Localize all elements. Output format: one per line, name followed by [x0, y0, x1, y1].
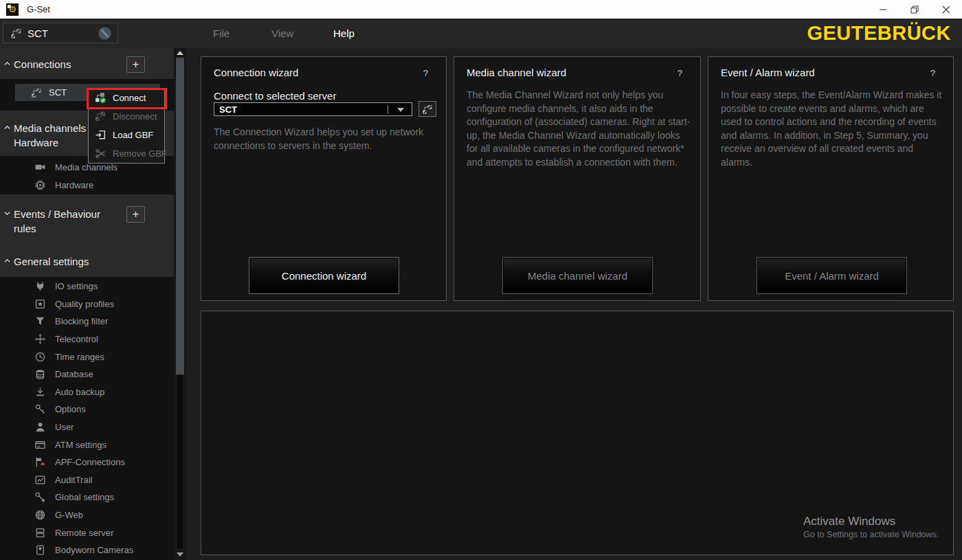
- chevron-up-icon: [0, 121, 14, 150]
- circle-slash-icon: [98, 26, 112, 41]
- io-connector-icon: [34, 280, 46, 292]
- header-bar: SCT File View Help GEUTEBRÜCK: [0, 19, 962, 48]
- sidebar-item-io-settings[interactable]: IO settings: [0, 278, 174, 295]
- globe-icon: [34, 509, 46, 521]
- scroll-up-button[interactable]: [174, 48, 186, 58]
- camera-icon: [34, 161, 46, 173]
- minimize-icon: [879, 5, 887, 14]
- current-server-label: SCT: [27, 27, 48, 39]
- triangle-up-icon: [177, 51, 183, 55]
- current-server-box[interactable]: SCT: [3, 23, 118, 43]
- user-icon: [34, 421, 46, 433]
- panel-title: Media channel wizard: [467, 67, 566, 78]
- panel-description: In four easy steps, the Event/Alarm Wiza…: [721, 89, 945, 169]
- restore-icon: [910, 5, 919, 14]
- sidebar-item-database[interactable]: Database: [0, 366, 174, 383]
- chevron-up-icon: [0, 57, 14, 71]
- context-menu-remove-gbf[interactable]: Remove GBF: [89, 144, 164, 163]
- sidebar-item-bodyworn-cameras[interactable]: Bodyworn Cameras: [0, 541, 174, 559]
- panel-description: The Media Channel Wizard not only helps …: [467, 89, 691, 169]
- server-stack-icon: [34, 527, 46, 539]
- server-select-label: Connect to selected server: [214, 90, 336, 102]
- server-select-dropdown[interactable]: SCT: [214, 102, 412, 116]
- sidebar-item-options[interactable]: Options: [0, 401, 174, 418]
- restore-button[interactable]: [899, 0, 930, 19]
- menu-view[interactable]: View: [271, 19, 293, 48]
- chevron-down-icon: [0, 207, 14, 236]
- server-select-value: SCT: [219, 104, 237, 115]
- funnel-icon: [34, 315, 46, 327]
- sidebar-item-audittrail[interactable]: AuditTrail: [0, 471, 174, 489]
- event-alarm-wizard-panel: Event / Alarm wizard ? In four easy step…: [708, 56, 954, 301]
- minimize-button[interactable]: [867, 0, 899, 19]
- scrollbar-track[interactable]: [176, 374, 184, 550]
- sidebar-item-remote-server[interactable]: Remote server: [0, 524, 174, 541]
- line-chart-icon: [34, 474, 46, 486]
- network-connect-icon: [95, 92, 107, 104]
- scrollbar-thumb[interactable]: [176, 58, 184, 374]
- sidebar-item-apf-connections[interactable]: APF-Connections: [0, 453, 174, 471]
- add-event-button[interactable]: +: [126, 206, 145, 223]
- help-button[interactable]: ?: [930, 68, 935, 78]
- triangle-down-icon: [177, 552, 183, 557]
- help-button[interactable]: ?: [678, 68, 682, 78]
- flag-alarm-icon: [34, 456, 46, 468]
- star-box-icon: [34, 298, 46, 310]
- chevron-up-icon: [0, 254, 14, 269]
- move-arrows-icon: [34, 333, 46, 345]
- context-menu-load-gbf[interactable]: Load GBF: [89, 126, 164, 144]
- sidebar-item-quality-profiles[interactable]: Quality profiles: [0, 295, 174, 313]
- sidebar-section-general[interactable]: General settings: [0, 254, 155, 269]
- connection-context-menu: Connect Disconnect Load GBF Remo: [88, 88, 165, 164]
- body-camera-icon: [34, 544, 46, 556]
- sidebar-item-user[interactable]: User: [0, 418, 174, 436]
- dropdown-arrow-icon: [397, 108, 404, 112]
- media-channel-wizard-panel: Media channel wizard ? The Media Channel…: [454, 56, 701, 301]
- event-alarm-wizard-button[interactable]: Event / Alarm wizard: [757, 257, 907, 294]
- sidebar-item-hardware[interactable]: Hardware: [0, 176, 174, 194]
- clock-icon: [34, 351, 46, 363]
- dropdown-separator: [388, 105, 388, 114]
- scroll-down-button[interactable]: [174, 550, 186, 559]
- sidebar-item-time-ranges[interactable]: Time ranges: [0, 348, 174, 366]
- panel-description: The Connection Wizard helps you set up n…: [214, 126, 432, 153]
- key-icon: [34, 403, 46, 415]
- connection-wizard-button[interactable]: Connection wizard: [249, 257, 399, 294]
- sidebar-item-atm-settings[interactable]: ATM settings: [0, 436, 174, 453]
- connect-server-button[interactable]: [418, 101, 436, 117]
- sidebar-item-blocking-filter[interactable]: Blocking filter: [0, 313, 174, 331]
- activate-windows-watermark: Activate Windows: [803, 515, 895, 528]
- sidebar-scrollbar: [174, 48, 186, 560]
- network-disconnected-icon: [422, 104, 433, 115]
- sidebar-item-global-settings[interactable]: Global settings: [0, 489, 174, 506]
- panel-title: Event / Alarm wizard: [721, 67, 815, 78]
- close-icon: [942, 5, 950, 14]
- menu-help[interactable]: Help: [333, 19, 355, 48]
- help-button[interactable]: ?: [423, 68, 428, 78]
- add-connection-button[interactable]: +: [126, 56, 145, 73]
- panel-title: Connection wizard: [214, 67, 298, 78]
- download-arrow-icon: [34, 386, 46, 398]
- sidebar-item-telecontrol[interactable]: Telecontrol: [0, 331, 174, 348]
- app-icon: ⚙: [6, 3, 19, 16]
- scissors-icon: [95, 148, 107, 159]
- general-settings-list: IO settings Quality profiles Blocking fi…: [0, 277, 174, 560]
- context-menu-disconnect[interactable]: Disconnect: [89, 107, 164, 126]
- sidebar-item-auto-backup[interactable]: Auto backup: [0, 383, 174, 401]
- window-title: G-Set: [27, 4, 50, 14]
- media-channel-wizard-button[interactable]: Media channel wizard: [502, 257, 653, 294]
- bank-card-icon: [34, 439, 46, 451]
- key-plus-icon: [34, 491, 46, 503]
- title-bar: ⚙ G-Set: [0, 0, 962, 19]
- network-disconnected-icon: [10, 27, 22, 39]
- menu-file[interactable]: File: [213, 19, 230, 48]
- import-box-icon: [95, 129, 107, 141]
- chip-icon: [34, 179, 46, 191]
- database-icon: [34, 368, 46, 380]
- sidebar-item-g-web[interactable]: G-Web: [0, 506, 174, 524]
- activate-windows-subtext: Go to Settings to activate Windows.: [803, 530, 939, 539]
- network-disconnected-icon: [31, 87, 42, 98]
- context-menu-connect[interactable]: Connect: [89, 89, 164, 107]
- close-button[interactable]: [930, 0, 962, 19]
- connection-item-label: SCT: [49, 87, 67, 98]
